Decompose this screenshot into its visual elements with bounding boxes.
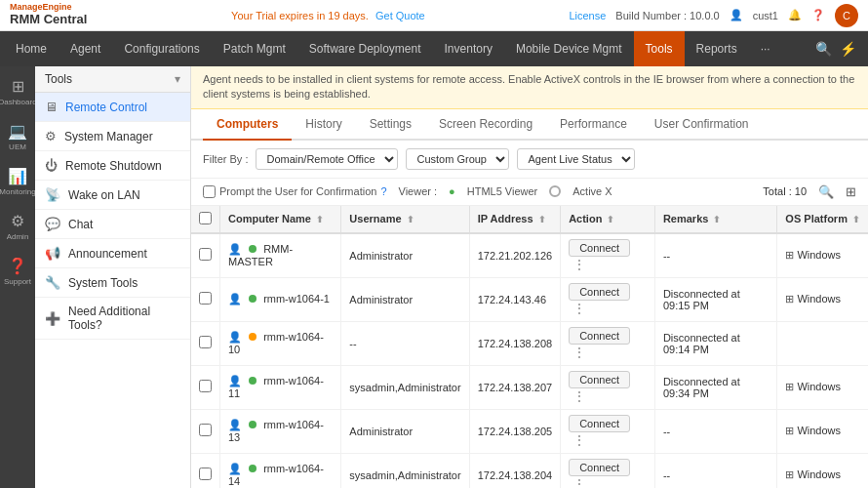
- bell-icon[interactable]: 🔔: [788, 9, 802, 21]
- os-label-0: Windows: [797, 249, 841, 261]
- os-icon-3: ⊞: [785, 381, 794, 392]
- sidebar-item-support[interactable]: ❓ Support: [0, 250, 35, 293]
- more-options-3[interactable]: ⋮: [569, 388, 590, 404]
- sidebar-item-uem[interactable]: 💻 UEM: [0, 115, 35, 158]
- sidebar-item-admin[interactable]: ⚙ Admin: [0, 205, 35, 248]
- row-action-3: Connect ⋮: [561, 365, 655, 409]
- more-options-1[interactable]: ⋮: [569, 301, 590, 316]
- tab-performance[interactable]: Performance: [546, 109, 641, 141]
- tab-history[interactable]: History: [292, 109, 355, 141]
- connect-button-5[interactable]: Connect: [569, 459, 630, 476]
- row-computer-name: 👤 rmm-w1064-13: [220, 409, 341, 453]
- row-os-3: ⊞ Windows: [777, 365, 868, 409]
- tool-chat[interactable]: 💬 Chat: [35, 210, 190, 239]
- sort-computer-name[interactable]: ⬆: [316, 215, 324, 224]
- nav-inventory[interactable]: Inventory: [433, 31, 504, 66]
- agent-status-select[interactable]: Agent Live Status: [517, 148, 635, 170]
- system-tools-icon: 🔧: [45, 275, 60, 290]
- sort-action[interactable]: ⬆: [607, 215, 614, 224]
- nav-more[interactable]: ···: [749, 31, 782, 66]
- select-all-checkbox[interactable]: [199, 212, 212, 224]
- nav-patch-mgmt[interactable]: Patch Mgmt: [212, 31, 297, 66]
- connect-button-2[interactable]: Connect: [569, 327, 630, 345]
- username-label: cust1: [753, 10, 778, 21]
- prompt-checkbox-label[interactable]: Prompt the User for Confirmation ?: [203, 185, 387, 198]
- prompt-help-icon[interactable]: ?: [380, 185, 386, 197]
- system-manager-icon: ⚙: [45, 129, 57, 143]
- more-options-4[interactable]: ⋮: [569, 432, 590, 448]
- tools-header: Tools ▾: [35, 66, 190, 93]
- domain-filter-select[interactable]: Domain/Remote Office: [256, 148, 398, 170]
- tab-settings[interactable]: Settings: [356, 109, 425, 141]
- tab-screen-recording[interactable]: Screen Recording: [425, 109, 546, 141]
- sidebar-item-dashboard[interactable]: ⊞ Dashboard: [0, 70, 35, 113]
- activex-radio[interactable]: [549, 185, 561, 197]
- row-checkbox-5[interactable]: [199, 468, 212, 480]
- row-ip-3: 172.24.138.207: [469, 365, 560, 409]
- row-checkbox-cell: [191, 321, 220, 365]
- row-os-1: ⊞ Windows: [777, 277, 868, 321]
- tool-system-manager[interactable]: ⚙ System Manager: [35, 122, 190, 151]
- remote-shutdown-icon: ⏻: [45, 158, 58, 173]
- tools-collapse-icon[interactable]: ▾: [175, 72, 180, 86]
- nav-agent[interactable]: Agent: [59, 31, 112, 66]
- table-row: 👤 rmm-w1064-14 sysadmin,Administrator 17…: [191, 453, 868, 488]
- sort-username[interactable]: ⬆: [407, 215, 414, 224]
- row-checkbox-2[interactable]: [199, 336, 212, 348]
- tab-computers[interactable]: Computers: [203, 109, 292, 141]
- sort-os[interactable]: ⬆: [852, 215, 860, 224]
- tool-need-additional[interactable]: ➕ Need Additional Tools?: [35, 298, 190, 340]
- tool-remote-shutdown[interactable]: ⏻ Remote Shutdown: [35, 151, 190, 181]
- computer-name-label-1: rmm-w1064-1: [263, 293, 330, 305]
- help-icon[interactable]: ❓: [811, 9, 825, 21]
- row-checkbox-0[interactable]: [199, 248, 212, 261]
- tool-wake-on-lan[interactable]: 📡 Wake on LAN: [35, 181, 190, 210]
- connect-button-4[interactable]: Connect: [569, 415, 630, 432]
- user-icon-1: 👤: [228, 293, 242, 305]
- html5-viewer-option[interactable]: HTML5 Viewer: [467, 185, 538, 197]
- tool-system-tools[interactable]: 🔧 System Tools: [35, 268, 190, 298]
- get-quote-link[interactable]: Get Quote: [375, 10, 425, 21]
- nav-software-deployment[interactable]: Software Deployment: [297, 31, 433, 66]
- nav-configurations[interactable]: Configurations: [112, 31, 211, 66]
- avatar-icon[interactable]: C: [835, 4, 858, 27]
- tool-remote-control[interactable]: 🖥 Remote Control: [35, 93, 190, 122]
- row-checkbox-1[interactable]: [199, 292, 212, 305]
- nav-mobile-device-mgmt[interactable]: Mobile Device Mgmt: [504, 31, 634, 66]
- user-icon-2: 👤: [228, 331, 242, 343]
- license-link[interactable]: License: [569, 10, 606, 21]
- top-bar: ManageEngine RMM Central Your Trial expi…: [0, 0, 868, 31]
- row-checkbox-cell: [191, 233, 220, 278]
- nav-home[interactable]: Home: [4, 31, 59, 66]
- row-checkbox-cell: [191, 365, 220, 409]
- row-checkbox-4[interactable]: [199, 424, 212, 436]
- connect-button-0[interactable]: Connect: [569, 239, 630, 257]
- nav-tools[interactable]: Tools: [634, 31, 685, 66]
- table-grid-icon[interactable]: ⊞: [846, 184, 856, 199]
- os-label-5: Windows: [797, 468, 841, 480]
- activex-label: Active X: [572, 185, 612, 197]
- more-options-5[interactable]: ⋮: [569, 476, 590, 488]
- sidebar-item-monitoring[interactable]: 📊 Monitoring: [0, 160, 35, 203]
- prompt-checkbox[interactable]: [203, 185, 216, 198]
- more-options-2[interactable]: ⋮: [569, 345, 590, 360]
- main-content-area: Agent needs to be installed in client sy…: [191, 66, 868, 488]
- custom-group-select[interactable]: Custom Group: [406, 148, 509, 170]
- user-icon: 👤: [730, 9, 743, 21]
- table-search-icon[interactable]: 🔍: [818, 184, 834, 199]
- th-username: Username ⬆: [341, 206, 469, 233]
- nav-flash-icon[interactable]: ⚡: [840, 41, 856, 57]
- tab-user-confirmation[interactable]: User Confirmation: [641, 109, 763, 141]
- nav-search-icon[interactable]: 🔍: [815, 41, 832, 57]
- sort-remarks[interactable]: ⬆: [713, 215, 721, 224]
- connect-button-3[interactable]: Connect: [569, 371, 630, 388]
- connect-button-1[interactable]: Connect: [569, 283, 630, 301]
- support-icon: ❓: [8, 257, 27, 275]
- nav-reports[interactable]: Reports: [685, 31, 749, 66]
- row-action-2: Connect ⋮: [561, 321, 655, 365]
- row-checkbox-3[interactable]: [199, 380, 212, 392]
- computer-name-label-3: rmm-w1064-11: [228, 375, 324, 399]
- tool-announcement[interactable]: 📢 Announcement: [35, 239, 190, 268]
- sort-ip[interactable]: ⬆: [538, 215, 546, 224]
- more-options-0[interactable]: ⋮: [569, 257, 590, 272]
